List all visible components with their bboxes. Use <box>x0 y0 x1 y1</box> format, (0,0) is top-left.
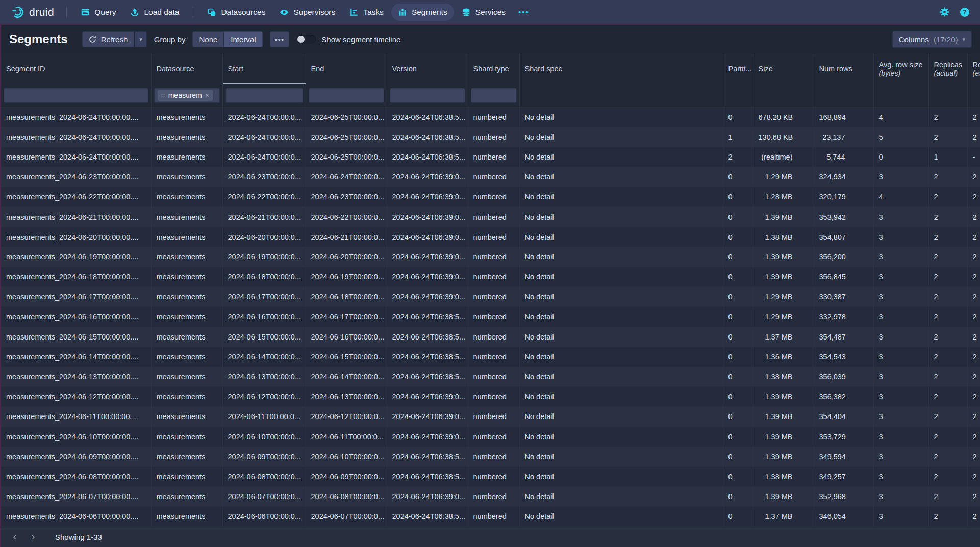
cell-shard_spec[interactable]: No detail <box>519 347 723 367</box>
cell-start[interactable]: 2024-06-15T00:00:0... <box>222 327 306 347</box>
cell-replication_factor[interactable]: - <box>967 147 980 167</box>
cell-version[interactable]: 2024-06-24T06:39:0... <box>387 167 468 187</box>
cell-start[interactable]: 2024-06-16T00:00:0... <box>222 307 306 327</box>
cell-num_rows[interactable]: 349,594 <box>814 447 873 466</box>
cell-datasource[interactable]: measurements <box>151 107 222 127</box>
cell-replication_factor[interactable]: 2 <box>967 367 980 386</box>
cell-start[interactable]: 2024-06-11T00:00:0... <box>222 407 306 427</box>
cell-end[interactable]: 2024-06-19T00:00:0... <box>306 267 387 287</box>
cell-avg_row_size[interactable]: 4 <box>873 187 928 207</box>
cell-shard_spec[interactable]: No detail <box>519 267 723 287</box>
column-header-version[interactable]: Version <box>387 54 468 84</box>
cell-size[interactable]: 1.37 MB <box>753 327 814 347</box>
cell-segment_id[interactable]: measurements_2024-06-09T00:00:00.... <box>1 447 151 466</box>
cell-version[interactable]: 2024-06-24T06:39:0... <box>387 247 468 267</box>
cell-shard_spec[interactable]: No detail <box>519 167 723 187</box>
cell-replication_factor[interactable]: 2 <box>967 307 980 327</box>
cell-size[interactable]: 1.39 MB <box>753 427 814 447</box>
cell-shard_type[interactable]: numbered <box>468 187 519 207</box>
cell-datasource[interactable]: measurements <box>151 407 222 427</box>
cell-avg_row_size[interactable]: 3 <box>873 387 928 407</box>
cell-datasource[interactable]: measurements <box>151 367 222 386</box>
cell-replicas[interactable]: 2 <box>928 167 967 187</box>
cell-replication_factor[interactable]: 2 <box>967 347 980 367</box>
cell-end[interactable]: 2024-06-25T00:00:0... <box>306 127 387 147</box>
cell-num_rows[interactable]: 354,487 <box>814 327 873 347</box>
cell-partition[interactable]: 0 <box>723 187 753 207</box>
cell-end[interactable]: 2024-06-17T00:00:0... <box>306 307 387 327</box>
cell-num_rows[interactable]: 332,978 <box>814 307 873 327</box>
refresh-button[interactable]: Refresh <box>82 31 135 47</box>
cell-shard_spec[interactable]: No detail <box>519 407 723 427</box>
cell-version[interactable]: 2024-06-24T06:38:5... <box>387 107 468 127</box>
cell-shard_type[interactable]: numbered <box>468 447 519 466</box>
cell-partition[interactable]: 1 <box>723 127 753 147</box>
cell-shard_spec[interactable]: No detail <box>519 127 723 147</box>
cell-version[interactable]: 2024-06-24T06:38:5... <box>387 347 468 367</box>
cell-segment_id[interactable]: measurements_2024-06-19T00:00:00.... <box>1 247 151 267</box>
cell-shard_spec[interactable]: No detail <box>519 367 723 386</box>
cell-datasource[interactable]: measurements <box>151 147 222 167</box>
cell-shard_spec[interactable]: No detail <box>519 107 723 127</box>
cell-num_rows[interactable]: 320,179 <box>814 187 873 207</box>
cell-start[interactable]: 2024-06-17T00:00:0... <box>222 287 306 307</box>
cell-size[interactable]: 1.39 MB <box>753 487 814 507</box>
cell-size[interactable]: 1.39 MB <box>753 387 814 407</box>
cell-num_rows[interactable]: 168,894 <box>814 107 873 127</box>
cell-start[interactable]: 2024-06-19T00:00:0... <box>222 247 306 267</box>
cell-avg_row_size[interactable]: 3 <box>873 207 928 227</box>
cell-segment_id[interactable]: measurements_2024-06-12T00:00:00.... <box>1 387 151 407</box>
cell-avg_row_size[interactable]: 3 <box>873 227 928 247</box>
cell-partition[interactable]: 0 <box>723 487 753 507</box>
cell-partition[interactable]: 0 <box>723 507 753 527</box>
cell-end[interactable]: 2024-06-10T00:00:0... <box>306 447 387 466</box>
cell-shard_type[interactable]: numbered <box>468 287 519 307</box>
column-header-end[interactable]: End <box>306 54 387 84</box>
filter-input-start[interactable] <box>225 88 303 103</box>
cell-replicas[interactable]: 2 <box>928 287 967 307</box>
cell-shard_spec[interactable]: No detail <box>519 466 723 486</box>
cell-version[interactable]: 2024-06-24T06:38:5... <box>387 307 468 327</box>
group-by-none-button[interactable]: None <box>192 31 224 47</box>
group-by-interval-button[interactable]: Interval <box>224 31 262 47</box>
cell-segment_id[interactable]: measurements_2024-06-08T00:00:00.... <box>1 466 151 486</box>
cell-replicas[interactable]: 2 <box>928 507 967 527</box>
cell-end[interactable]: 2024-06-25T00:00:0... <box>306 147 387 167</box>
cell-start[interactable]: 2024-06-07T00:00:0... <box>222 487 306 507</box>
cell-shard_type[interactable]: numbered <box>468 507 519 527</box>
cell-segment_id[interactable]: measurements_2024-06-18T00:00:00.... <box>1 267 151 287</box>
cell-avg_row_size[interactable]: 4 <box>873 107 928 127</box>
cell-start[interactable]: 2024-06-21T00:00:0... <box>222 207 306 227</box>
cell-num_rows[interactable]: 354,543 <box>814 347 873 367</box>
cell-replication_factor[interactable]: 2 <box>967 267 980 287</box>
cell-end[interactable]: 2024-06-23T00:00:0... <box>306 187 387 207</box>
nav-item-query[interactable]: Query <box>74 4 122 21</box>
cell-shard_type[interactable]: numbered <box>468 267 519 287</box>
cell-shard_spec[interactable]: No detail <box>519 227 723 247</box>
remove-filter-icon[interactable]: × <box>205 91 209 99</box>
cell-datasource[interactable]: measurements <box>151 347 222 367</box>
cell-partition[interactable]: 0 <box>723 407 753 427</box>
cell-shard_spec[interactable]: No detail <box>519 147 723 167</box>
cell-avg_row_size[interactable]: 3 <box>873 447 928 466</box>
cell-replication_factor[interactable]: 2 <box>967 466 980 486</box>
filter-input-datasource[interactable]: =measurem× <box>154 88 220 103</box>
cell-segment_id[interactable]: measurements_2024-06-15T00:00:00.... <box>1 327 151 347</box>
cell-shard_spec[interactable]: No detail <box>519 427 723 447</box>
cell-segment_id[interactable]: measurements_2024-06-14T00:00:00.... <box>1 347 151 367</box>
cell-version[interactable]: 2024-06-24T06:38:5... <box>387 507 468 527</box>
cell-avg_row_size[interactable]: 3 <box>873 466 928 486</box>
help-button[interactable]: ? <box>960 7 970 17</box>
cell-num_rows[interactable]: 356,382 <box>814 387 873 407</box>
cell-avg_row_size[interactable]: 3 <box>873 487 928 507</box>
cell-partition[interactable]: 0 <box>723 387 753 407</box>
cell-replicas[interactable]: 2 <box>928 387 967 407</box>
cell-size[interactable]: 1.38 MB <box>753 367 814 386</box>
nav-item-services[interactable]: Services <box>455 4 512 21</box>
cell-avg_row_size[interactable]: 3 <box>873 167 928 187</box>
cell-datasource[interactable]: measurements <box>151 227 222 247</box>
cell-replicas[interactable]: 2 <box>928 267 967 287</box>
cell-version[interactable]: 2024-06-24T06:39:0... <box>387 187 468 207</box>
cell-shard_spec[interactable]: No detail <box>519 247 723 267</box>
cell-replicas[interactable]: 2 <box>928 427 967 447</box>
